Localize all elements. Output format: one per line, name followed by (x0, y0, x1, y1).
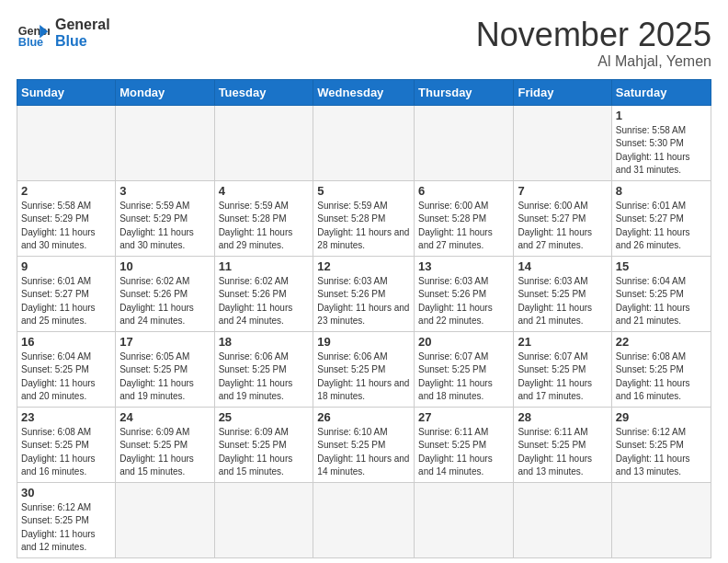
calendar-cell: 4Sunrise: 5:59 AM Sunset: 5:28 PM Daylig… (214, 180, 313, 256)
day-info: Sunrise: 6:01 AM Sunset: 5:27 PM Dayligh… (21, 275, 111, 328)
month-title: November 2025 (476, 17, 711, 53)
day-info: Sunrise: 6:12 AM Sunset: 5:25 PM Dayligh… (21, 501, 111, 555)
calendar-cell: 9Sunrise: 6:01 AM Sunset: 5:27 PM Daylig… (17, 256, 116, 331)
day-number: 16 (21, 335, 111, 349)
day-info: Sunrise: 6:03 AM Sunset: 5:25 PM Dayligh… (518, 275, 607, 328)
day-info: Sunrise: 6:03 AM Sunset: 5:26 PM Dayligh… (418, 275, 509, 328)
calendar-cell: 8Sunrise: 6:01 AM Sunset: 5:27 PM Daylig… (611, 180, 711, 256)
calendar-week-row: 9Sunrise: 6:01 AM Sunset: 5:27 PM Daylig… (17, 256, 711, 331)
day-info: Sunrise: 5:58 AM Sunset: 5:30 PM Dayligh… (616, 124, 707, 178)
day-info: Sunrise: 6:05 AM Sunset: 5:25 PM Dayligh… (119, 350, 210, 404)
calendar-cell: 19Sunrise: 6:06 AM Sunset: 5:25 PM Dayli… (313, 331, 415, 407)
calendar-cell (214, 482, 313, 557)
day-number: 3 (119, 184, 210, 198)
day-info: Sunrise: 6:06 AM Sunset: 5:25 PM Dayligh… (219, 350, 310, 404)
day-info: Sunrise: 5:59 AM Sunset: 5:28 PM Dayligh… (317, 200, 410, 253)
weekday-header-thursday: Thursday (415, 79, 514, 105)
day-number: 6 (418, 184, 509, 198)
day-info: Sunrise: 6:12 AM Sunset: 5:25 PM Dayligh… (616, 426, 707, 479)
calendar-cell: 21Sunrise: 6:07 AM Sunset: 5:25 PM Dayli… (514, 331, 611, 407)
day-number: 24 (119, 410, 210, 424)
calendar-week-row: 16Sunrise: 6:04 AM Sunset: 5:25 PM Dayli… (17, 331, 711, 407)
day-info: Sunrise: 6:07 AM Sunset: 5:25 PM Dayligh… (518, 350, 607, 404)
calendar-cell: 17Sunrise: 6:05 AM Sunset: 5:25 PM Dayli… (116, 331, 214, 407)
day-info: Sunrise: 6:08 AM Sunset: 5:25 PM Dayligh… (21, 426, 111, 479)
calendar-cell: 11Sunrise: 6:02 AM Sunset: 5:26 PM Dayli… (214, 256, 313, 331)
day-number: 2 (21, 184, 111, 198)
day-number: 15 (616, 259, 707, 273)
day-info: Sunrise: 6:11 AM Sunset: 5:25 PM Dayligh… (518, 426, 607, 479)
day-number: 23 (21, 410, 111, 424)
day-info: Sunrise: 6:07 AM Sunset: 5:25 PM Dayligh… (418, 350, 509, 404)
day-number: 20 (418, 335, 509, 349)
calendar-cell (611, 482, 711, 557)
calendar-cell: 3Sunrise: 5:59 AM Sunset: 5:29 PM Daylig… (116, 180, 214, 256)
day-number: 21 (518, 335, 607, 349)
calendar-cell: 16Sunrise: 6:04 AM Sunset: 5:25 PM Dayli… (17, 331, 116, 407)
calendar-week-row: 30Sunrise: 6:12 AM Sunset: 5:25 PM Dayli… (17, 482, 711, 557)
logo-blue: Blue (55, 33, 110, 50)
day-info: Sunrise: 5:58 AM Sunset: 5:29 PM Dayligh… (21, 200, 111, 253)
weekday-header-monday: Monday (116, 79, 214, 105)
calendar-cell (313, 482, 415, 557)
calendar-cell: 26Sunrise: 6:10 AM Sunset: 5:25 PM Dayli… (313, 407, 415, 482)
weekday-header-tuesday: Tuesday (214, 79, 313, 105)
day-info: Sunrise: 5:59 AM Sunset: 5:29 PM Dayligh… (119, 200, 210, 253)
day-number: 30 (21, 486, 111, 500)
weekday-header-row: SundayMondayTuesdayWednesdayThursdayFrid… (17, 79, 711, 105)
calendar-cell (116, 105, 214, 180)
logo: General Blue General Blue (17, 17, 110, 50)
day-number: 11 (219, 259, 310, 273)
calendar-cell: 27Sunrise: 6:11 AM Sunset: 5:25 PM Dayli… (415, 407, 514, 482)
calendar-week-row: 23Sunrise: 6:08 AM Sunset: 5:25 PM Dayli… (17, 407, 711, 482)
svg-text:Blue: Blue (18, 36, 43, 49)
page: General Blue General Blue November 2025 … (0, 0, 728, 563)
day-info: Sunrise: 6:01 AM Sunset: 5:27 PM Dayligh… (616, 200, 707, 253)
calendar-cell: 12Sunrise: 6:03 AM Sunset: 5:26 PM Dayli… (313, 256, 415, 331)
day-info: Sunrise: 6:03 AM Sunset: 5:26 PM Dayligh… (317, 275, 410, 328)
day-number: 12 (317, 259, 410, 273)
title-block: November 2025 Al Mahjal, Yemen (476, 17, 711, 70)
day-number: 10 (119, 259, 210, 273)
day-info: Sunrise: 6:04 AM Sunset: 5:25 PM Dayligh… (21, 350, 111, 404)
day-number: 5 (317, 184, 410, 198)
day-info: Sunrise: 6:02 AM Sunset: 5:26 PM Dayligh… (219, 275, 310, 328)
day-info: Sunrise: 6:00 AM Sunset: 5:27 PM Dayligh… (518, 200, 607, 253)
calendar-cell: 22Sunrise: 6:08 AM Sunset: 5:25 PM Dayli… (611, 331, 711, 407)
day-info: Sunrise: 6:08 AM Sunset: 5:25 PM Dayligh… (616, 350, 707, 404)
logo-icon: General Blue (17, 17, 50, 50)
calendar-cell: 25Sunrise: 6:09 AM Sunset: 5:25 PM Dayli… (214, 407, 313, 482)
day-number: 8 (616, 184, 707, 198)
day-number: 27 (418, 410, 509, 424)
calendar-cell (415, 482, 514, 557)
calendar-cell: 24Sunrise: 6:09 AM Sunset: 5:25 PM Dayli… (116, 407, 214, 482)
calendar-cell: 14Sunrise: 6:03 AM Sunset: 5:25 PM Dayli… (514, 256, 611, 331)
calendar-cell (514, 482, 611, 557)
weekday-header-wednesday: Wednesday (313, 79, 415, 105)
calendar-cell: 6Sunrise: 6:00 AM Sunset: 5:28 PM Daylig… (415, 180, 514, 256)
calendar-cell (313, 105, 415, 180)
day-number: 9 (21, 259, 111, 273)
calendar-cell: 13Sunrise: 6:03 AM Sunset: 5:26 PM Dayli… (415, 256, 514, 331)
calendar-cell: 23Sunrise: 6:08 AM Sunset: 5:25 PM Dayli… (17, 407, 116, 482)
location-title: Al Mahjal, Yemen (476, 53, 711, 70)
day-number: 14 (518, 259, 607, 273)
calendar-cell: 5Sunrise: 5:59 AM Sunset: 5:28 PM Daylig… (313, 180, 415, 256)
day-info: Sunrise: 6:09 AM Sunset: 5:25 PM Dayligh… (219, 426, 310, 479)
header: General Blue General Blue November 2025 … (17, 17, 711, 70)
logo-general: General (55, 17, 110, 33)
calendar-cell: 1Sunrise: 5:58 AM Sunset: 5:30 PM Daylig… (611, 105, 711, 180)
day-number: 18 (219, 335, 310, 349)
day-info: Sunrise: 6:02 AM Sunset: 5:26 PM Dayligh… (119, 275, 210, 328)
calendar-cell: 28Sunrise: 6:11 AM Sunset: 5:25 PM Dayli… (514, 407, 611, 482)
calendar-cell: 15Sunrise: 6:04 AM Sunset: 5:25 PM Dayli… (611, 256, 711, 331)
day-info: Sunrise: 6:04 AM Sunset: 5:25 PM Dayligh… (616, 275, 707, 328)
weekday-header-friday: Friday (514, 79, 611, 105)
day-number: 4 (219, 184, 310, 198)
day-number: 29 (616, 410, 707, 424)
calendar-cell (17, 105, 116, 180)
day-number: 13 (418, 259, 509, 273)
day-number: 22 (616, 335, 707, 349)
day-number: 19 (317, 335, 410, 349)
calendar-cell: 30Sunrise: 6:12 AM Sunset: 5:25 PM Dayli… (17, 482, 116, 557)
